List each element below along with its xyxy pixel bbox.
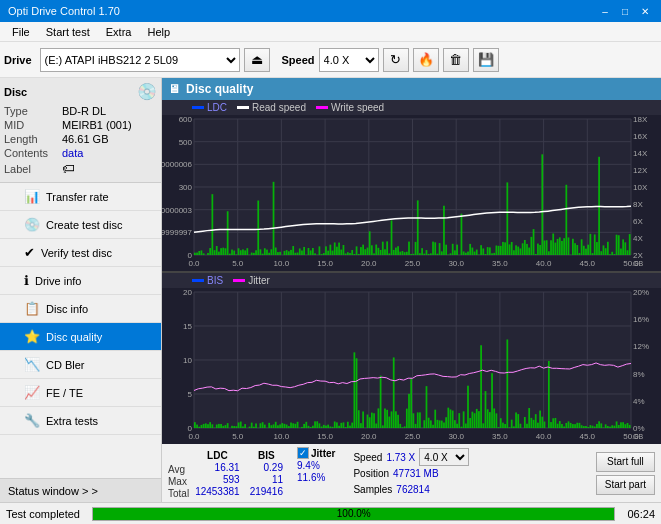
- svg-rect-418: [476, 408, 478, 427]
- svg-rect-315: [251, 422, 253, 427]
- speed-select[interactable]: 4.0 X: [319, 48, 379, 72]
- svg-rect-289: [194, 422, 196, 428]
- disc-quality-header-icon: 🖥: [168, 82, 180, 96]
- refresh-button[interactable]: ↻: [383, 48, 409, 72]
- svg-rect-89: [284, 251, 286, 255]
- svg-rect-57: [214, 250, 216, 255]
- svg-rect-216: [561, 241, 563, 255]
- nav-disc-info[interactable]: 📋 Disc info: [0, 295, 161, 323]
- svg-rect-56: [211, 194, 213, 255]
- svg-rect-396: [428, 417, 430, 427]
- svg-rect-148: [413, 254, 415, 255]
- svg-text:35.0: 35.0: [492, 432, 508, 441]
- svg-rect-429: [500, 418, 502, 428]
- start-full-button[interactable]: Start full: [596, 452, 655, 472]
- svg-rect-359: [347, 421, 349, 427]
- burn-button[interactable]: 🔥: [413, 48, 439, 72]
- svg-rect-452: [550, 422, 552, 428]
- svg-text:15.0: 15.0: [317, 432, 333, 441]
- svg-text:GB: GB: [633, 433, 643, 440]
- svg-text:20.0: 20.0: [361, 432, 377, 441]
- jitter-header: Jitter: [311, 448, 335, 459]
- speed-value: 1.73 X: [386, 452, 415, 463]
- save-button[interactable]: 💾: [473, 48, 499, 72]
- svg-rect-247: [629, 234, 631, 255]
- nav-create-test-disc[interactable]: 💿 Create test disc: [0, 211, 161, 239]
- svg-rect-471: [592, 425, 594, 427]
- menu-start-test[interactable]: Start test: [38, 24, 98, 40]
- svg-rect-177: [476, 250, 478, 255]
- nav-drive-info[interactable]: ℹ Drive info: [0, 267, 161, 295]
- nav-verify-test-disc[interactable]: ✔ Verify test disc: [0, 239, 161, 267]
- extra-tests-icon: 🔧: [24, 413, 40, 428]
- svg-rect-457: [561, 424, 563, 428]
- jitter-checkbox[interactable]: ✓: [297, 447, 309, 459]
- svg-rect-50: [198, 251, 200, 255]
- svg-rect-107: [323, 253, 325, 255]
- drive-select[interactable]: (E:) ATAPI iHBS212 2 5L09: [40, 48, 240, 72]
- svg-rect-144: [404, 252, 406, 255]
- svg-rect-67: [236, 254, 238, 255]
- svg-text:20%: 20%: [633, 288, 649, 297]
- start-part-button[interactable]: Start part: [596, 475, 655, 495]
- menu-file[interactable]: File: [4, 24, 38, 40]
- svg-rect-80: [264, 248, 266, 255]
- titlebar: Opti Drive Control 1.70 – □ ✕: [0, 0, 661, 22]
- nav-transfer-rate[interactable]: 📊 Transfer rate: [0, 183, 161, 211]
- eject-button[interactable]: ⏏: [244, 48, 270, 72]
- svg-rect-425: [491, 373, 493, 428]
- speed-select-stats[interactable]: 4.0 X: [419, 448, 469, 466]
- menu-extra[interactable]: Extra: [98, 24, 140, 40]
- svg-rect-161: [441, 251, 443, 255]
- svg-rect-192: [509, 244, 511, 255]
- svg-rect-49: [196, 253, 198, 255]
- svg-rect-186: [496, 246, 498, 255]
- svg-rect-433: [509, 427, 511, 428]
- verify-test-disc-icon: ✔: [24, 245, 35, 260]
- svg-text:10.0: 10.0: [274, 259, 290, 268]
- svg-rect-189: [502, 242, 504, 255]
- svg-rect-304: [227, 423, 229, 428]
- svg-rect-292: [201, 424, 203, 427]
- svg-rect-372: [375, 423, 377, 427]
- erase-button[interactable]: 🗑: [443, 48, 469, 72]
- svg-rect-468: [585, 426, 587, 428]
- svg-rect-481: [614, 425, 616, 427]
- svg-rect-187: [498, 246, 500, 255]
- svg-rect-411: [461, 426, 463, 427]
- svg-rect-335: [295, 423, 297, 427]
- svg-rect-342: [310, 427, 312, 428]
- svg-rect-327: [277, 425, 279, 428]
- svg-rect-355: [338, 425, 340, 427]
- disc-quality-title: Disc quality: [186, 82, 253, 96]
- svg-rect-460: [568, 421, 570, 428]
- nav-extra-tests[interactable]: 🔧 Extra tests: [0, 407, 161, 435]
- svg-rect-100: [308, 248, 310, 255]
- svg-rect-209: [546, 240, 548, 255]
- status-window-button[interactable]: Status window > >: [0, 478, 161, 502]
- svg-rect-240: [614, 254, 616, 255]
- nav-cd-bler[interactable]: 📉 CD Bler: [0, 351, 161, 379]
- svg-rect-380: [393, 357, 395, 428]
- disc-contents-row: Contents data: [4, 147, 157, 159]
- nav-disc-quality[interactable]: ⭐ Disc quality: [0, 323, 161, 351]
- maximize-button[interactable]: □: [617, 4, 633, 18]
- disc-panel: Disc 💿 Type BD-R DL MID MEIRB1 (001) Len…: [0, 78, 161, 183]
- svg-rect-412: [463, 411, 465, 428]
- minimize-button[interactable]: –: [597, 4, 613, 18]
- svg-rect-213: [555, 243, 557, 255]
- svg-rect-140: [395, 248, 397, 255]
- svg-rect-340: [305, 421, 307, 427]
- close-button[interactable]: ✕: [637, 4, 653, 18]
- svg-rect-345: [316, 421, 318, 428]
- menu-help[interactable]: Help: [139, 24, 178, 40]
- svg-rect-203: [533, 229, 535, 255]
- nav-fe-te[interactable]: 📈 FE / TE: [0, 379, 161, 407]
- svg-rect-324: [270, 425, 272, 428]
- svg-rect-83: [270, 249, 272, 255]
- svg-rect-115: [340, 250, 342, 255]
- svg-rect-190: [504, 242, 506, 255]
- svg-rect-314: [249, 426, 251, 427]
- svg-rect-84: [273, 182, 275, 255]
- svg-rect-218: [565, 185, 567, 255]
